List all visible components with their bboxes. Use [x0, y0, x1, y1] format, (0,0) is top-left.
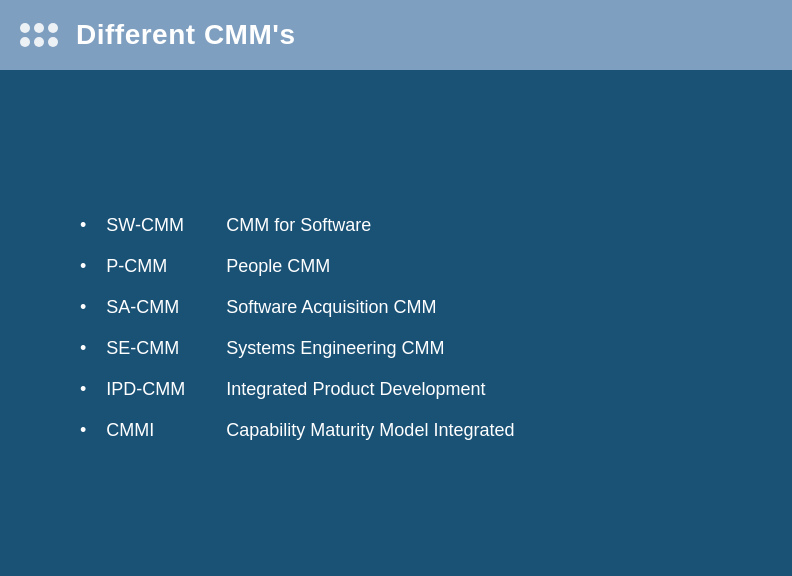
bullet-icon: •	[80, 420, 86, 441]
slide-title: Different CMM's	[76, 19, 296, 51]
slide-header: Different CMM's	[0, 0, 792, 70]
bullet-icon: •	[80, 215, 86, 236]
item-acronym: SA-CMM	[106, 297, 226, 318]
list-item: •SW-CMMCMM for Software	[80, 209, 732, 242]
item-acronym: SW-CMM	[106, 215, 226, 236]
bullet-icon: •	[80, 338, 86, 359]
bullet-icon: •	[80, 256, 86, 277]
bullet-icon: •	[80, 297, 86, 318]
item-acronym: SE-CMM	[106, 338, 226, 359]
list-item: •SA-CMMSoftware Acquisition CMM	[80, 291, 732, 324]
content-area: •SW-CMMCMM for Software•P-CMMPeople CMM•…	[0, 70, 792, 576]
item-description: Capability Maturity Model Integrated	[226, 420, 514, 441]
item-description: People CMM	[226, 256, 330, 277]
item-description: Systems Engineering CMM	[226, 338, 444, 359]
list-item: •SE-CMMSystems Engineering CMM	[80, 332, 732, 365]
slide: Different CMM's •SW-CMMCMM for Software•…	[0, 0, 792, 576]
item-description: CMM for Software	[226, 215, 371, 236]
list-item: •IPD-CMMIntegrated Product Development	[80, 373, 732, 406]
item-description: Software Acquisition CMM	[226, 297, 436, 318]
item-acronym: IPD-CMM	[106, 379, 226, 400]
list-item: •P-CMMPeople CMM	[80, 250, 732, 283]
list-item: •CMMICapability Maturity Model Integrate…	[80, 414, 732, 447]
item-acronym: P-CMM	[106, 256, 226, 277]
item-acronym: CMMI	[106, 420, 226, 441]
logo-icon	[20, 23, 58, 47]
bullet-icon: •	[80, 379, 86, 400]
item-description: Integrated Product Development	[226, 379, 485, 400]
